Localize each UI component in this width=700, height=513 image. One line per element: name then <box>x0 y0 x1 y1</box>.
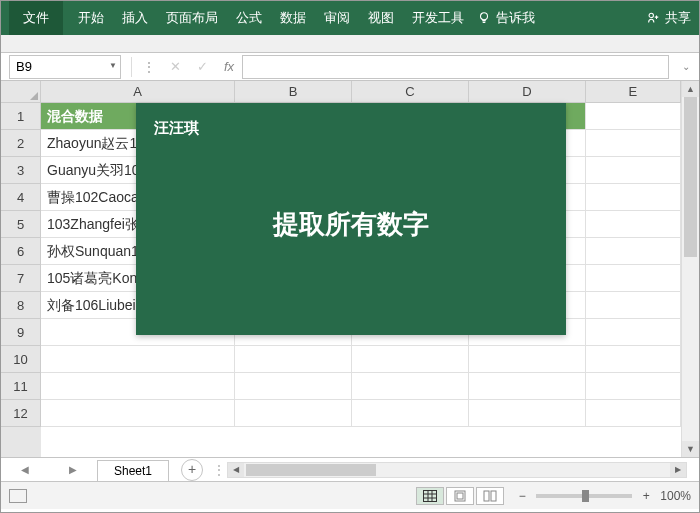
row-header-9[interactable]: 9 <box>1 319 41 346</box>
zoom-out-button[interactable]: − <box>514 489 530 503</box>
col-header-A[interactable]: A <box>41 81 235 103</box>
row-header-6[interactable]: 6 <box>1 238 41 265</box>
expand-formula-icon[interactable]: ⌄ <box>677 61 695 72</box>
share-icon <box>646 11 660 25</box>
row-header-5[interactable]: 5 <box>1 211 41 238</box>
col-header-B[interactable]: B <box>235 81 352 103</box>
cell-D11[interactable] <box>469 373 586 400</box>
scroll-left-icon[interactable]: ◀ <box>228 463 244 477</box>
cell-A10[interactable] <box>41 346 235 373</box>
tell-me-label: 告诉我 <box>496 9 535 27</box>
zoom-thumb[interactable] <box>582 490 589 502</box>
cell-E4[interactable] <box>586 184 681 211</box>
cell-E6[interactable] <box>586 238 681 265</box>
cancel-icon[interactable]: ✕ <box>162 59 189 74</box>
cell-E8[interactable] <box>586 292 681 319</box>
cell-D10[interactable] <box>469 346 586 373</box>
record-macro-icon[interactable] <box>9 489 27 503</box>
cell-E10[interactable] <box>586 346 681 373</box>
cell-E12[interactable] <box>586 400 681 427</box>
tab-formulas[interactable]: 公式 <box>227 1 271 35</box>
tab-view[interactable]: 视图 <box>359 1 403 35</box>
tell-me[interactable]: 告诉我 <box>477 9 535 27</box>
vertical-scrollbar[interactable]: ▲ ▼ <box>681 81 699 457</box>
fx-label[interactable]: fx <box>216 59 242 74</box>
col-header-D[interactable]: D <box>469 81 586 103</box>
enter-icon[interactable]: ✓ <box>189 59 216 74</box>
tab-home[interactable]: 开始 <box>69 1 113 35</box>
row-header-2[interactable]: 2 <box>1 130 41 157</box>
add-sheet-button[interactable]: + <box>181 459 203 481</box>
formula-input[interactable] <box>242 55 669 79</box>
cell-E2[interactable] <box>586 130 681 157</box>
column-headers: ABCDE <box>41 81 681 103</box>
row-header-11[interactable]: 11 <box>1 373 41 400</box>
cell-E7[interactable] <box>586 265 681 292</box>
cell-C10[interactable] <box>352 346 469 373</box>
svg-rect-4 <box>457 493 463 499</box>
sheet-tab[interactable]: Sheet1 <box>97 460 169 481</box>
nav-first-icon[interactable]: ◀ <box>21 464 29 475</box>
row-header-4[interactable]: 4 <box>1 184 41 211</box>
overlay-author: 汪汪琪 <box>154 119 199 138</box>
scroll-right-icon[interactable]: ▶ <box>670 463 686 477</box>
horizontal-scrollbar[interactable]: ◀ ▶ <box>227 462 687 478</box>
hscroll-thumb[interactable] <box>246 464 376 476</box>
cell-E11[interactable] <box>586 373 681 400</box>
row-header-8[interactable]: 8 <box>1 292 41 319</box>
cell-C11[interactable] <box>352 373 469 400</box>
tab-dev[interactable]: 开发工具 <box>403 1 473 35</box>
zoom-level[interactable]: 100% <box>660 489 691 503</box>
share-button[interactable]: 共享 <box>646 9 691 27</box>
nav-last-icon[interactable]: ▶ <box>69 464 77 475</box>
row-headers: 123456789101112 <box>1 103 41 457</box>
page-layout-view-button[interactable] <box>446 487 474 505</box>
svg-point-0 <box>481 13 488 20</box>
svg-rect-6 <box>491 491 496 501</box>
hscroll-zone: ⋮ ◀ ▶ <box>213 462 689 478</box>
sheet-nav[interactable]: ◀ ▶ <box>1 464 97 475</box>
ribbon-placeholder <box>1 35 699 53</box>
formula-bar: B9 ▼ ⋮ ✕ ✓ fx ⌄ <box>1 53 699 81</box>
hscroll-grip[interactable]: ⋮ <box>213 463 225 477</box>
tab-layout[interactable]: 页面布局 <box>157 1 227 35</box>
tab-insert[interactable]: 插入 <box>113 1 157 35</box>
cell-E9[interactable] <box>586 319 681 346</box>
svg-point-1 <box>649 13 653 17</box>
select-all-corner[interactable] <box>1 81 41 103</box>
page-break-view-button[interactable] <box>476 487 504 505</box>
row-header-1[interactable]: 1 <box>1 103 41 130</box>
row-header-3[interactable]: 3 <box>1 157 41 184</box>
row-header-7[interactable]: 7 <box>1 265 41 292</box>
name-box-value: B9 <box>16 59 32 74</box>
cell-A12[interactable] <box>41 400 235 427</box>
view-buttons <box>416 487 504 505</box>
cell-E5[interactable] <box>586 211 681 238</box>
col-header-E[interactable]: E <box>586 81 681 103</box>
row-header-10[interactable]: 10 <box>1 346 41 373</box>
cell-B12[interactable] <box>235 400 352 427</box>
zoom-in-button[interactable]: + <box>638 489 654 503</box>
share-label: 共享 <box>665 9 691 27</box>
tab-file[interactable]: 文件 <box>9 1 63 35</box>
cell-B10[interactable] <box>235 346 352 373</box>
lightbulb-icon <box>477 11 491 25</box>
name-box[interactable]: B9 ▼ <box>9 55 121 79</box>
chevron-down-icon[interactable]: ▼ <box>109 61 117 70</box>
cell-D12[interactable] <box>469 400 586 427</box>
scroll-up-icon[interactable]: ▲ <box>682 81 699 97</box>
vscroll-thumb[interactable] <box>684 97 697 257</box>
cell-B11[interactable] <box>235 373 352 400</box>
scroll-down-icon[interactable]: ▼ <box>682 441 699 457</box>
cell-E3[interactable] <box>586 157 681 184</box>
col-header-C[interactable]: C <box>352 81 469 103</box>
normal-view-button[interactable] <box>416 487 444 505</box>
tab-data[interactable]: 数据 <box>271 1 315 35</box>
cell-C12[interactable] <box>352 400 469 427</box>
zoom-slider[interactable] <box>536 494 632 498</box>
cell-E1[interactable] <box>586 103 681 130</box>
row-header-12[interactable]: 12 <box>1 400 41 427</box>
cell-A11[interactable] <box>41 373 235 400</box>
status-bar: − + 100% <box>1 481 699 509</box>
tab-review[interactable]: 审阅 <box>315 1 359 35</box>
